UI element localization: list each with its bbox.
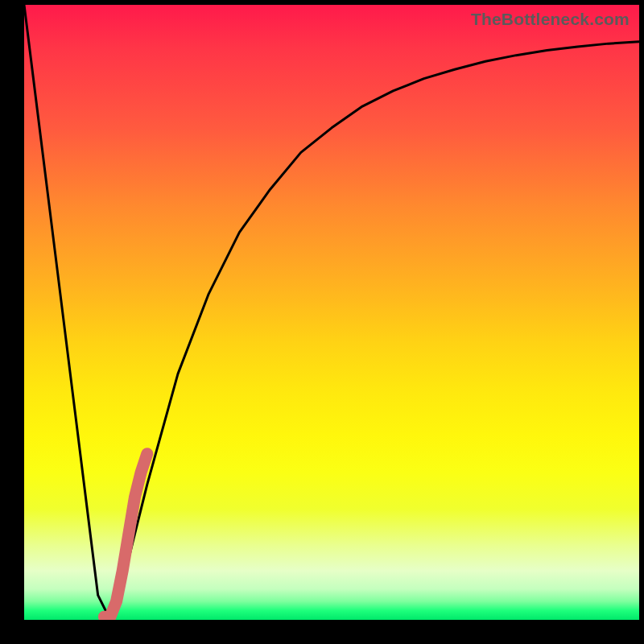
axis-pad-left [0,0,24,644]
plot-area: TheBottleneck.com [24,5,639,620]
bottleneck-curve [24,5,639,620]
chart-svg [24,5,639,620]
chart-frame: TheBottleneck.com [0,0,644,644]
axis-pad-bottom [0,620,644,644]
highlight-segment [104,454,147,617]
